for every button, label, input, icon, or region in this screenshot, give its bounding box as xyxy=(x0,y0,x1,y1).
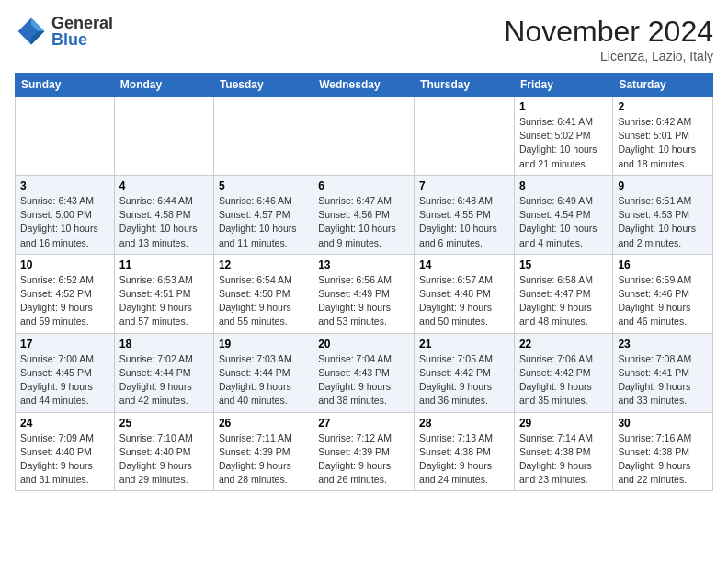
day-info: Sunrise: 6:43 AM Sunset: 5:00 PM Dayligh… xyxy=(20,194,109,250)
day-cell: 5Sunrise: 6:46 AM Sunset: 4:57 PM Daylig… xyxy=(213,175,313,254)
day-cell: 12Sunrise: 6:54 AM Sunset: 4:50 PM Dayli… xyxy=(213,254,313,333)
day-cell: 24Sunrise: 7:09 AM Sunset: 4:40 PM Dayli… xyxy=(16,412,115,491)
day-number: 16 xyxy=(618,259,708,271)
day-info: Sunrise: 6:58 AM Sunset: 4:47 PM Dayligh… xyxy=(519,273,608,329)
day-cell: 22Sunrise: 7:06 AM Sunset: 4:42 PM Dayli… xyxy=(514,333,612,412)
day-number: 12 xyxy=(219,259,308,271)
day-cell: 18Sunrise: 7:02 AM Sunset: 4:44 PM Dayli… xyxy=(114,333,213,412)
day-cell: 26Sunrise: 7:11 AM Sunset: 4:39 PM Dayli… xyxy=(213,412,313,491)
day-number: 4 xyxy=(119,179,209,192)
location: Licenza, Lazio, Italy xyxy=(504,49,713,63)
logo: General Blue xyxy=(15,15,113,48)
header-right: November 2024 Licenza, Lazio, Italy xyxy=(504,15,713,63)
day-cell: 15Sunrise: 6:58 AM Sunset: 4:47 PM Dayli… xyxy=(514,254,612,333)
weekday-thursday: Thursday xyxy=(415,74,515,97)
week-row-1: 1Sunrise: 6:41 AM Sunset: 5:02 PM Daylig… xyxy=(16,97,713,176)
day-number: 6 xyxy=(318,179,409,192)
day-cell xyxy=(213,97,313,176)
day-info: Sunrise: 6:41 AM Sunset: 5:02 PM Dayligh… xyxy=(519,115,608,171)
day-info: Sunrise: 7:03 AM Sunset: 4:44 PM Dayligh… xyxy=(219,352,308,408)
day-info: Sunrise: 7:00 AM Sunset: 4:45 PM Dayligh… xyxy=(20,352,109,408)
day-cell: 23Sunrise: 7:08 AM Sunset: 4:41 PM Dayli… xyxy=(613,333,713,412)
day-number: 15 xyxy=(519,259,608,271)
day-info: Sunrise: 6:53 AM Sunset: 4:51 PM Dayligh… xyxy=(119,273,209,329)
weekday-saturday: Saturday xyxy=(613,74,713,97)
day-cell: 17Sunrise: 7:00 AM Sunset: 4:45 PM Dayli… xyxy=(16,333,115,412)
day-cell: 2Sunrise: 6:42 AM Sunset: 5:01 PM Daylig… xyxy=(613,97,713,176)
day-number: 23 xyxy=(618,338,708,350)
day-info: Sunrise: 7:16 AM Sunset: 4:38 PM Dayligh… xyxy=(618,431,708,488)
day-number: 26 xyxy=(219,417,308,430)
day-cell: 21Sunrise: 7:05 AM Sunset: 4:42 PM Dayli… xyxy=(415,333,515,412)
day-info: Sunrise: 6:46 AM Sunset: 4:57 PM Dayligh… xyxy=(219,194,308,250)
day-cell xyxy=(16,97,115,176)
day-info: Sunrise: 6:59 AM Sunset: 4:46 PM Dayligh… xyxy=(618,273,708,329)
logo-text: General Blue xyxy=(51,15,113,48)
day-cell: 1Sunrise: 6:41 AM Sunset: 5:02 PM Daylig… xyxy=(514,97,612,176)
day-info: Sunrise: 7:04 AM Sunset: 4:43 PM Dayligh… xyxy=(318,352,409,408)
day-number: 28 xyxy=(419,417,509,430)
day-number: 7 xyxy=(419,179,509,192)
day-number: 24 xyxy=(20,417,109,430)
day-info: Sunrise: 7:09 AM Sunset: 4:40 PM Dayligh… xyxy=(20,431,109,488)
day-number: 8 xyxy=(519,179,608,192)
day-cell: 16Sunrise: 6:59 AM Sunset: 4:46 PM Dayli… xyxy=(613,254,713,333)
day-info: Sunrise: 6:57 AM Sunset: 4:48 PM Dayligh… xyxy=(419,273,509,329)
day-info: Sunrise: 6:47 AM Sunset: 4:56 PM Dayligh… xyxy=(318,194,409,250)
day-info: Sunrise: 7:06 AM Sunset: 4:42 PM Dayligh… xyxy=(519,352,608,408)
day-cell xyxy=(313,97,415,176)
day-cell: 4Sunrise: 6:44 AM Sunset: 4:58 PM Daylig… xyxy=(114,175,213,254)
day-number: 10 xyxy=(20,259,109,271)
day-info: Sunrise: 7:08 AM Sunset: 4:41 PM Dayligh… xyxy=(618,352,708,408)
calendar-page: General Blue November 2024 Licenza, Lazi… xyxy=(0,0,728,500)
logo-icon xyxy=(15,15,48,48)
day-info: Sunrise: 6:44 AM Sunset: 4:58 PM Dayligh… xyxy=(119,194,209,250)
day-info: Sunrise: 7:02 AM Sunset: 4:44 PM Dayligh… xyxy=(119,352,209,408)
day-cell: 29Sunrise: 7:14 AM Sunset: 4:38 PM Dayli… xyxy=(514,412,612,491)
weekday-header-row: SundayMondayTuesdayWednesdayThursdayFrid… xyxy=(16,74,713,97)
day-number: 11 xyxy=(119,259,209,271)
day-number: 18 xyxy=(119,338,209,350)
weekday-sunday: Sunday xyxy=(16,74,115,97)
day-cell xyxy=(114,97,213,176)
day-info: Sunrise: 7:05 AM Sunset: 4:42 PM Dayligh… xyxy=(419,352,509,408)
day-number: 2 xyxy=(618,100,708,113)
day-number: 3 xyxy=(20,179,109,192)
day-number: 21 xyxy=(419,338,509,350)
day-cell xyxy=(415,97,515,176)
day-info: Sunrise: 7:13 AM Sunset: 4:38 PM Dayligh… xyxy=(419,431,509,488)
day-number: 1 xyxy=(519,100,608,113)
day-number: 13 xyxy=(318,259,409,271)
day-number: 14 xyxy=(419,259,509,271)
week-row-5: 24Sunrise: 7:09 AM Sunset: 4:40 PM Dayli… xyxy=(16,412,713,491)
logo-general: General xyxy=(51,15,113,31)
day-cell: 30Sunrise: 7:16 AM Sunset: 4:38 PM Dayli… xyxy=(613,412,713,491)
day-cell: 8Sunrise: 6:49 AM Sunset: 4:54 PM Daylig… xyxy=(514,175,612,254)
day-number: 22 xyxy=(519,338,608,350)
weekday-wednesday: Wednesday xyxy=(313,74,415,97)
day-info: Sunrise: 6:51 AM Sunset: 4:53 PM Dayligh… xyxy=(618,194,708,250)
day-number: 30 xyxy=(618,417,708,430)
month-title: November 2024 xyxy=(504,15,713,49)
day-info: Sunrise: 6:56 AM Sunset: 4:49 PM Dayligh… xyxy=(318,273,409,329)
week-row-3: 10Sunrise: 6:52 AM Sunset: 4:52 PM Dayli… xyxy=(16,254,713,333)
day-info: Sunrise: 6:48 AM Sunset: 4:55 PM Dayligh… xyxy=(419,194,509,250)
day-info: Sunrise: 6:52 AM Sunset: 4:52 PM Dayligh… xyxy=(20,273,109,329)
day-info: Sunrise: 7:11 AM Sunset: 4:39 PM Dayligh… xyxy=(219,431,308,488)
logo-blue: Blue xyxy=(51,31,113,48)
day-cell: 28Sunrise: 7:13 AM Sunset: 4:38 PM Dayli… xyxy=(415,412,515,491)
day-number: 29 xyxy=(519,417,608,430)
day-info: Sunrise: 7:12 AM Sunset: 4:39 PM Dayligh… xyxy=(318,431,409,488)
day-cell: 19Sunrise: 7:03 AM Sunset: 4:44 PM Dayli… xyxy=(213,333,313,412)
day-cell: 14Sunrise: 6:57 AM Sunset: 4:48 PM Dayli… xyxy=(415,254,515,333)
weekday-friday: Friday xyxy=(514,74,612,97)
day-info: Sunrise: 7:10 AM Sunset: 4:40 PM Dayligh… xyxy=(119,431,209,488)
day-info: Sunrise: 6:54 AM Sunset: 4:50 PM Dayligh… xyxy=(219,273,308,329)
weekday-monday: Monday xyxy=(114,74,213,97)
day-number: 20 xyxy=(318,338,409,350)
weekday-tuesday: Tuesday xyxy=(213,74,313,97)
day-number: 5 xyxy=(219,179,308,192)
day-cell: 25Sunrise: 7:10 AM Sunset: 4:40 PM Dayli… xyxy=(114,412,213,491)
day-cell: 9Sunrise: 6:51 AM Sunset: 4:53 PM Daylig… xyxy=(613,175,713,254)
day-info: Sunrise: 7:14 AM Sunset: 4:38 PM Dayligh… xyxy=(519,431,608,488)
